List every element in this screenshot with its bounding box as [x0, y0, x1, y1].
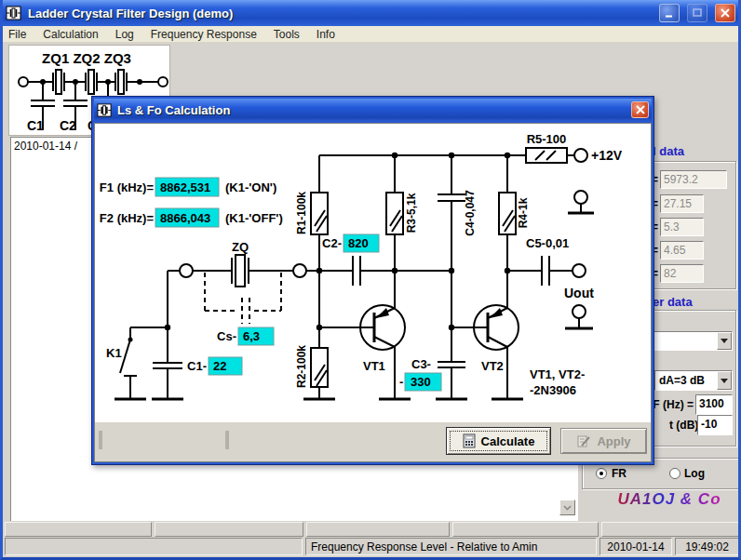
fr-radio[interactable] [596, 468, 607, 479]
bandwidth-combo[interactable]: dA=3 dB [654, 370, 733, 391]
menu-file[interactable]: File [0, 27, 34, 42]
vt1-label: VT1 [363, 359, 385, 373]
att-input[interactable]: -10 [697, 415, 733, 435]
f2-label: F2 (kHz)= [100, 211, 155, 225]
crystal-field-2: 5.3 [660, 218, 704, 236]
maximize-button[interactable] [687, 4, 707, 22]
c1-label: C1- [187, 359, 207, 373]
status-time: 19:49:02 [675, 538, 739, 555]
f1-value: 8862,531 [160, 180, 210, 194]
toolbar-panel-3 [306, 522, 450, 537]
crystal-data-heading: l data [651, 144, 686, 158]
f2-input[interactable]: 8866,043 [155, 208, 219, 227]
menu-info[interactable]: Info [308, 27, 344, 42]
toolbar-panel-5 [601, 522, 739, 537]
transistor-note-2: -2N3906 [530, 383, 576, 397]
r1-label: R1-100k [295, 192, 308, 234]
ls-fo-dialog: Ls & Fo Calculation F1 (kHz)= 8862,531 (… [91, 96, 654, 465]
filter-combo-arrow[interactable] [717, 332, 732, 350]
dialog-crystal-icon [97, 102, 113, 118]
resistors [311, 148, 567, 387]
dialog-title: Ls & Fo Calculation [117, 103, 230, 117]
c3-input[interactable]: 330 [405, 373, 441, 391]
toolbar-panel-2 [155, 522, 303, 537]
minimize-button[interactable] [659, 4, 680, 22]
zq-crystal [232, 255, 249, 287]
chevron-down-icon [563, 505, 572, 511]
r2-label: R2-100k [295, 345, 308, 388]
zq-label: ZQ [232, 240, 249, 254]
calculate-button[interactable]: Calculate [446, 427, 551, 455]
close-button[interactable] [715, 4, 735, 22]
cs-label: Cs- [217, 329, 236, 343]
c3-value: 330 [411, 375, 431, 389]
c1-input[interactable]: 22 [209, 357, 242, 375]
apply-button[interactable]: Apply [560, 428, 647, 454]
c3-label: C3- [411, 357, 431, 371]
uout-label: Uout [564, 286, 594, 300]
apply-writing-icon [576, 433, 591, 448]
status-message: Frequency Response Level - Relative to A… [305, 538, 597, 555]
status-message-text: Frequency Response Level - Relative to A… [311, 540, 537, 553]
supply-label: +12V [591, 148, 623, 163]
f1-label: F1 (kHz)= [100, 180, 155, 194]
crystal-field-1: 27.15 [660, 194, 704, 213]
c5-label: C5-0,01 [526, 236, 569, 250]
crystal-field-0: 5973.2 [660, 170, 727, 189]
bandwidth-combo-value: dA=3 dB [655, 374, 717, 387]
vt2-label: VT2 [481, 359, 504, 373]
status-panel-empty [5, 538, 303, 555]
mini-c1-label: C1 [27, 118, 44, 133]
close-icon [636, 105, 645, 114]
menu-log[interactable]: Log [107, 27, 142, 42]
c2-input[interactable]: 820 [344, 234, 379, 252]
k1-contact [128, 338, 133, 342]
menu-frequency-response[interactable]: Frequency Response [142, 27, 265, 42]
cs-input[interactable]: 6,3 [238, 327, 274, 345]
f1-input[interactable]: 8862,531 [155, 178, 219, 196]
apply-label: Apply [597, 434, 630, 448]
focus-rect [450, 431, 547, 451]
r4-label: R4-1k [517, 197, 530, 228]
menu-calculation[interactable]: Calculation [34, 27, 106, 42]
fr-radio-label[interactable]: FR [612, 467, 626, 480]
ua1oj-logo: UA1OJ & Co [604, 490, 734, 509]
c3-dash: - [399, 375, 403, 389]
c1-value: 22 [213, 359, 226, 373]
cs-value: 6,3 [243, 329, 260, 343]
crystal-field-3: 4.65 [660, 241, 704, 260]
status-date: 2010-01-14 [600, 538, 672, 555]
c2-label: C2- [322, 236, 342, 250]
oscillator-schematic: F1 (kHz)= 8862,531 (K1-'ON') F2 (kHz)= 8… [95, 124, 651, 461]
dialog-close-button[interactable] [631, 101, 649, 118]
log-list-entry[interactable]: 2010-01-14 / [14, 140, 77, 153]
k1-label: K1 [106, 346, 122, 360]
transistor-note-1: VT1, VT2- [530, 367, 585, 381]
bandwidth-combo-arrow[interactable] [717, 371, 732, 390]
crystal-field-4: 82 [660, 264, 704, 283]
f1-note: (K1-'ON') [225, 180, 276, 194]
scroll-down-button[interactable] [559, 500, 575, 515]
menu-tools[interactable]: Tools [265, 27, 308, 42]
app-window: Ladder Crystal Filter Design (demo) File… [0, 0, 741, 560]
triangle-down-icon [721, 379, 728, 383]
title-bar: Ladder Crystal Filter Design (demo) [0, 0, 741, 26]
r3-label: R3-5,1k [405, 193, 418, 233]
maximize-icon [693, 8, 702, 18]
log-radio-label[interactable]: Log [684, 467, 705, 480]
mini-c2-label: C2 [60, 118, 76, 133]
f2-value: 8866,043 [160, 211, 210, 225]
window-title: Ladder Crystal Filter Design (demo) [28, 7, 233, 20]
footer-tick-1 [99, 431, 102, 449]
close-icon [721, 8, 730, 18]
dialog-title-bar[interactable]: Ls & Fo Calculation [94, 99, 652, 121]
r5-label: R5-100 [527, 132, 567, 146]
f2-note: (K1-'OFF') [225, 211, 283, 225]
app-crystal-icon [6, 5, 22, 21]
dialog-body: F1 (kHz)= 8862,531 (K1-'ON') F2 (kHz)= 8… [94, 123, 652, 462]
if-input[interactable]: 3100 [695, 394, 733, 415]
mini-title: ZQ1 ZQ2 ZQ3 [42, 50, 131, 66]
toolbar-panel-1 [5, 522, 152, 537]
menu-bar: File Calculation Log Frequency Response … [0, 26, 741, 43]
log-radio[interactable] [669, 468, 680, 479]
